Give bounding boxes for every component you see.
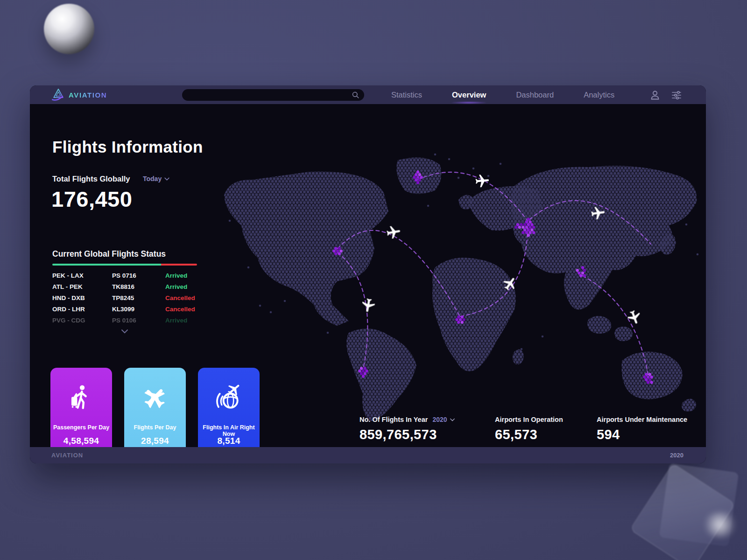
period-dropdown[interactable]: Today: [143, 175, 169, 182]
arrived-ratio-segment: [52, 264, 161, 266]
flight-status-title: Current Global Flights Status: [52, 249, 166, 259]
route-cell: PVG - CDG: [52, 317, 112, 324]
metric-card-value: 4,58,594: [50, 436, 112, 446]
nav-tab-dashboard[interactable]: Dashboard: [501, 85, 569, 104]
flight-status-row[interactable]: ORD - LHRKL3099Cancelled: [52, 303, 198, 315]
search-input[interactable]: [189, 91, 352, 98]
status-cell: Arrived: [165, 283, 198, 290]
period-value: Today: [143, 175, 162, 182]
flight-status-row[interactable]: PEK - LAXPS 0716Arrived: [52, 270, 198, 281]
settings-icon[interactable]: [670, 89, 683, 101]
flights-per-day-card[interactable]: Flights Per Day 28,594: [124, 368, 186, 454]
dashboard-window: AVIATION StatisticsOverviewDashboardAnal…: [30, 85, 706, 463]
page-title: Flights Information: [52, 138, 203, 156]
brand-name: AVIATION: [69, 91, 107, 99]
flight-number-cell: PS 0106: [112, 317, 165, 324]
plane-icon: [386, 225, 402, 239]
passengers-per-day-card[interactable]: Passengers Per Day 4,58,594: [50, 368, 112, 454]
expand-flights-button[interactable]: [119, 327, 131, 336]
nav-tab-analytics[interactable]: Analytics: [569, 85, 629, 104]
year-value: 2020: [432, 416, 447, 423]
stat-label: Airports Under Maintenance: [597, 416, 687, 423]
footer-brand: AVIATION: [51, 452, 83, 459]
plane-icon: [361, 298, 375, 313]
stat-value: 859,765,573: [359, 427, 455, 442]
user-icon[interactable]: [649, 89, 661, 101]
chevron-down-icon: [121, 329, 128, 334]
year-dropdown[interactable]: 2020: [432, 416, 454, 423]
metric-cards: Passengers Per Day 4,58,594 Flights Per …: [50, 368, 260, 454]
chevron-down-icon: [164, 177, 169, 181]
flight-number-cell: KL3099: [112, 306, 165, 313]
flight-status-row[interactable]: ATL - PEKTK8816Arrived: [52, 281, 198, 292]
footer-year: 2020: [670, 452, 684, 459]
stat-value: 594: [597, 427, 687, 442]
status-cell: Arrived: [165, 272, 198, 279]
nav-tab-statistics[interactable]: Statistics: [376, 85, 437, 104]
stat-label: No. Of Flights In Year: [359, 416, 428, 423]
plane-globe-icon: [198, 376, 260, 419]
top-navbar: AVIATION StatisticsOverviewDashboardAnal…: [30, 85, 706, 104]
status-cell: Cancelled: [165, 294, 198, 301]
route-cell: ATL - PEK: [52, 283, 112, 290]
flights-in-air-card[interactable]: Flights In Air Right Now 8,514: [198, 368, 260, 454]
brand-logo-icon: [51, 88, 65, 102]
route-cell: PEK - LAX: [52, 272, 112, 279]
airports-under-maintenance-stat: Airports Under Maintenance 594: [597, 416, 687, 442]
stat-label: Airports In Operation: [495, 416, 563, 423]
route-cell: HND - DXB: [52, 294, 112, 301]
chevron-down-icon: [450, 418, 455, 421]
metric-card-value: 8,514: [198, 436, 260, 446]
total-flights-label: Total Flights Globally: [52, 175, 130, 183]
total-flights-value: 176,450: [51, 186, 132, 212]
search-icon[interactable]: [352, 91, 359, 99]
brand: AVIATION: [51, 88, 107, 102]
decorative-sphere: [44, 4, 94, 54]
stat-value: 65,573: [495, 427, 563, 442]
flight-status-row[interactable]: HND - DXBTP8245Cancelled: [52, 292, 198, 303]
plane-icon: [475, 174, 490, 188]
flight-number-cell: TK8816: [112, 283, 165, 290]
flight-status-row[interactable]: PVG - CDGPS 0106Arrived: [52, 315, 198, 326]
flights-in-year-stat: No. Of Flights In Year 2020 859,765,573: [359, 416, 455, 442]
status-cell: Arrived: [165, 317, 198, 324]
decorative-cube: [631, 472, 743, 560]
continents: [224, 157, 697, 421]
metric-card-label: Flights Per Day: [126, 424, 184, 431]
status-cell: Cancelled: [165, 306, 198, 313]
flights-status-table: PEK - LAXPS 0716ArrivedATL - PEKTK8816Ar…: [52, 270, 198, 326]
flight-number-cell: PS 0716: [112, 272, 165, 279]
crossed-planes-icon: [124, 376, 186, 419]
search-bar[interactable]: [182, 89, 364, 101]
metric-card-label: Passengers Per Day: [52, 424, 110, 431]
world-map: [216, 151, 705, 427]
window-footer: AVIATION 2020: [30, 447, 706, 463]
flight-number-cell: TP8245: [112, 294, 165, 301]
metric-card-label: Flights In Air Right Now: [200, 424, 258, 437]
dashboard-body: Flights Information Total Flights Global…: [30, 104, 706, 447]
metric-card-value: 28,594: [124, 436, 186, 446]
nav-tab-overview[interactable]: Overview: [437, 85, 501, 104]
nav-tabs: StatisticsOverviewDashboardAnalytics: [376, 85, 629, 104]
route-cell: ORD - LHR: [52, 306, 112, 313]
cancelled-ratio-segment: [161, 264, 197, 266]
plane-icon: [626, 309, 642, 326]
passenger-luggage-icon: [50, 376, 112, 419]
status-ratio-bar: [52, 264, 197, 266]
airports-in-operation-stat: Airports In Operation 65,573: [495, 416, 563, 442]
